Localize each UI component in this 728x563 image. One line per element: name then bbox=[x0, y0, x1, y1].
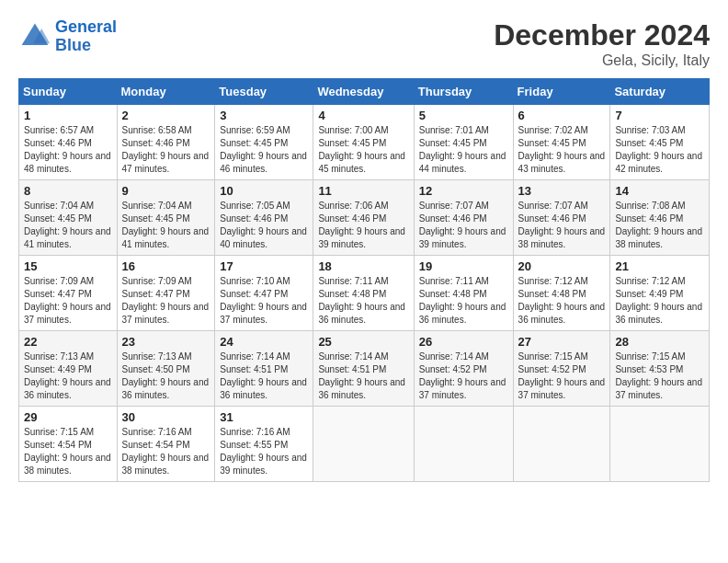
calendar-cell: 6 Sunrise: 7:02 AMSunset: 4:45 PMDayligh… bbox=[513, 105, 610, 180]
calendar-week-row: 29 Sunrise: 7:15 AMSunset: 4:54 PMDaylig… bbox=[19, 407, 710, 482]
calendar-cell: 11 Sunrise: 7:06 AMSunset: 4:46 PMDaylig… bbox=[313, 180, 414, 256]
calendar-cell: 13 Sunrise: 7:07 AMSunset: 4:46 PMDaylig… bbox=[513, 180, 610, 256]
logo-line1: General bbox=[55, 17, 117, 36]
calendar-cell bbox=[513, 407, 610, 482]
day-number: 23 bbox=[122, 335, 210, 349]
calendar-cell: 12 Sunrise: 7:07 AMSunset: 4:46 PMDaylig… bbox=[414, 180, 513, 256]
day-detail: Sunrise: 7:12 AMSunset: 4:49 PMDaylight:… bbox=[615, 276, 702, 325]
day-detail: Sunrise: 7:14 AMSunset: 4:51 PMDaylight:… bbox=[318, 351, 405, 400]
calendar-cell: 24 Sunrise: 7:14 AMSunset: 4:51 PMDaylig… bbox=[215, 331, 313, 407]
logo-icon bbox=[18, 20, 51, 53]
calendar-cell: 18 Sunrise: 7:11 AMSunset: 4:48 PMDaylig… bbox=[313, 256, 414, 331]
day-detail: Sunrise: 7:07 AMSunset: 4:46 PMDaylight:… bbox=[419, 201, 506, 249]
day-detail: Sunrise: 7:14 AMSunset: 4:52 PMDaylight:… bbox=[419, 351, 506, 400]
day-detail: Sunrise: 7:08 AMSunset: 4:46 PMDaylight:… bbox=[615, 201, 702, 249]
month-title: December 2024 bbox=[494, 18, 710, 52]
day-number: 10 bbox=[220, 184, 308, 198]
day-number: 3 bbox=[220, 109, 308, 122]
day-number: 12 bbox=[419, 184, 508, 198]
day-detail: Sunrise: 7:13 AMSunset: 4:50 PMDaylight:… bbox=[122, 351, 210, 400]
day-detail: Sunrise: 7:11 AMSunset: 4:48 PMDaylight:… bbox=[419, 276, 506, 325]
day-detail: Sunrise: 7:03 AMSunset: 4:45 PMDaylight:… bbox=[615, 125, 702, 174]
day-detail: Sunrise: 6:58 AMSunset: 4:46 PMDaylight:… bbox=[122, 125, 210, 174]
day-detail: Sunrise: 7:15 AMSunset: 4:54 PMDaylight:… bbox=[24, 427, 111, 476]
col-tuesday: Tuesday bbox=[215, 79, 313, 105]
calendar-table: Sunday Monday Tuesday Wednesday Thursday… bbox=[18, 78, 710, 482]
day-detail: Sunrise: 7:16 AMSunset: 4:54 PMDaylight:… bbox=[122, 427, 210, 476]
day-number: 26 bbox=[419, 335, 508, 349]
col-friday: Friday bbox=[513, 79, 610, 105]
day-detail: Sunrise: 7:06 AMSunset: 4:46 PMDaylight:… bbox=[318, 201, 405, 249]
calendar-cell: 26 Sunrise: 7:14 AMSunset: 4:52 PMDaylig… bbox=[414, 331, 513, 407]
day-number: 22 bbox=[24, 335, 112, 349]
calendar-header-row: Sunday Monday Tuesday Wednesday Thursday… bbox=[19, 79, 710, 105]
day-number: 2 bbox=[122, 109, 210, 122]
day-detail: Sunrise: 6:57 AMSunset: 4:46 PMDaylight:… bbox=[24, 125, 111, 174]
logo-text: General Blue bbox=[55, 18, 117, 55]
day-detail: Sunrise: 7:14 AMSunset: 4:51 PMDaylight:… bbox=[220, 351, 307, 400]
calendar-cell: 31 Sunrise: 7:16 AMSunset: 4:55 PMDaylig… bbox=[215, 407, 313, 482]
calendar-cell: 2 Sunrise: 6:58 AMSunset: 4:46 PMDayligh… bbox=[117, 105, 215, 180]
calendar-week-row: 22 Sunrise: 7:13 AMSunset: 4:49 PMDaylig… bbox=[19, 331, 710, 407]
day-number: 28 bbox=[615, 335, 704, 349]
calendar-cell: 5 Sunrise: 7:01 AMSunset: 4:45 PMDayligh… bbox=[414, 105, 513, 180]
day-detail: Sunrise: 7:07 AMSunset: 4:46 PMDaylight:… bbox=[518, 201, 606, 249]
calendar-cell: 15 Sunrise: 7:09 AMSunset: 4:47 PMDaylig… bbox=[19, 256, 118, 331]
day-number: 17 bbox=[220, 259, 308, 273]
day-detail: Sunrise: 7:00 AMSunset: 4:45 PMDaylight:… bbox=[318, 125, 405, 174]
day-number: 30 bbox=[122, 410, 210, 424]
day-number: 13 bbox=[518, 184, 606, 198]
day-number: 24 bbox=[220, 335, 308, 349]
day-number: 16 bbox=[122, 259, 210, 273]
col-saturday: Saturday bbox=[610, 79, 710, 105]
col-thursday: Thursday bbox=[414, 79, 513, 105]
day-number: 18 bbox=[318, 259, 408, 273]
col-monday: Monday bbox=[117, 79, 215, 105]
day-number: 20 bbox=[518, 259, 606, 273]
day-number: 5 bbox=[419, 109, 508, 122]
calendar-cell: 1 Sunrise: 6:57 AMSunset: 4:46 PMDayligh… bbox=[19, 105, 118, 180]
calendar-cell: 29 Sunrise: 7:15 AMSunset: 4:54 PMDaylig… bbox=[19, 407, 118, 482]
calendar-week-row: 8 Sunrise: 7:04 AMSunset: 4:45 PMDayligh… bbox=[19, 180, 710, 256]
calendar-cell: 22 Sunrise: 7:13 AMSunset: 4:49 PMDaylig… bbox=[19, 331, 118, 407]
day-detail: Sunrise: 7:15 AMSunset: 4:53 PMDaylight:… bbox=[615, 351, 702, 400]
day-number: 4 bbox=[318, 109, 408, 122]
calendar-cell: 23 Sunrise: 7:13 AMSunset: 4:50 PMDaylig… bbox=[117, 331, 215, 407]
calendar-cell: 19 Sunrise: 7:11 AMSunset: 4:48 PMDaylig… bbox=[414, 256, 513, 331]
day-number: 25 bbox=[318, 335, 408, 349]
calendar-cell: 21 Sunrise: 7:12 AMSunset: 4:49 PMDaylig… bbox=[610, 256, 710, 331]
calendar-cell: 16 Sunrise: 7:09 AMSunset: 4:47 PMDaylig… bbox=[117, 256, 215, 331]
day-number: 7 bbox=[615, 109, 704, 122]
calendar-cell: 7 Sunrise: 7:03 AMSunset: 4:45 PMDayligh… bbox=[610, 105, 710, 180]
logo-line2: Blue bbox=[55, 36, 91, 54]
calendar-week-row: 15 Sunrise: 7:09 AMSunset: 4:47 PMDaylig… bbox=[19, 256, 710, 331]
day-detail: Sunrise: 7:12 AMSunset: 4:48 PMDaylight:… bbox=[518, 276, 606, 325]
calendar-cell: 28 Sunrise: 7:15 AMSunset: 4:53 PMDaylig… bbox=[610, 331, 710, 407]
col-wednesday: Wednesday bbox=[313, 79, 414, 105]
calendar-cell: 25 Sunrise: 7:14 AMSunset: 4:51 PMDaylig… bbox=[313, 331, 414, 407]
col-sunday: Sunday bbox=[19, 79, 118, 105]
day-detail: Sunrise: 7:10 AMSunset: 4:47 PMDaylight:… bbox=[220, 276, 307, 325]
page-header: General Blue December 2024 Gela, Sicily,… bbox=[18, 18, 710, 69]
day-number: 15 bbox=[24, 259, 112, 273]
day-number: 1 bbox=[24, 109, 112, 122]
day-detail: Sunrise: 7:11 AMSunset: 4:48 PMDaylight:… bbox=[318, 276, 405, 325]
day-detail: Sunrise: 7:15 AMSunset: 4:52 PMDaylight:… bbox=[518, 351, 606, 400]
day-number: 21 bbox=[615, 259, 704, 273]
calendar-cell: 10 Sunrise: 7:05 AMSunset: 4:46 PMDaylig… bbox=[215, 180, 313, 256]
calendar-cell: 4 Sunrise: 7:00 AMSunset: 4:45 PMDayligh… bbox=[313, 105, 414, 180]
calendar-cell: 30 Sunrise: 7:16 AMSunset: 4:54 PMDaylig… bbox=[117, 407, 215, 482]
day-detail: Sunrise: 7:09 AMSunset: 4:47 PMDaylight:… bbox=[122, 276, 210, 325]
calendar-cell bbox=[610, 407, 710, 482]
day-number: 6 bbox=[518, 109, 606, 122]
day-number: 11 bbox=[318, 184, 408, 198]
calendar-cell: 14 Sunrise: 7:08 AMSunset: 4:46 PMDaylig… bbox=[610, 180, 710, 256]
day-number: 31 bbox=[220, 410, 308, 424]
calendar-cell: 9 Sunrise: 7:04 AMSunset: 4:45 PMDayligh… bbox=[117, 180, 215, 256]
location: Gela, Sicily, Italy bbox=[494, 52, 710, 69]
title-block: December 2024 Gela, Sicily, Italy bbox=[494, 18, 710, 69]
day-detail: Sunrise: 7:04 AMSunset: 4:45 PMDaylight:… bbox=[122, 201, 210, 249]
calendar-cell: 27 Sunrise: 7:15 AMSunset: 4:52 PMDaylig… bbox=[513, 331, 610, 407]
day-detail: Sunrise: 7:01 AMSunset: 4:45 PMDaylight:… bbox=[419, 125, 506, 174]
day-detail: Sunrise: 7:09 AMSunset: 4:47 PMDaylight:… bbox=[24, 276, 111, 325]
